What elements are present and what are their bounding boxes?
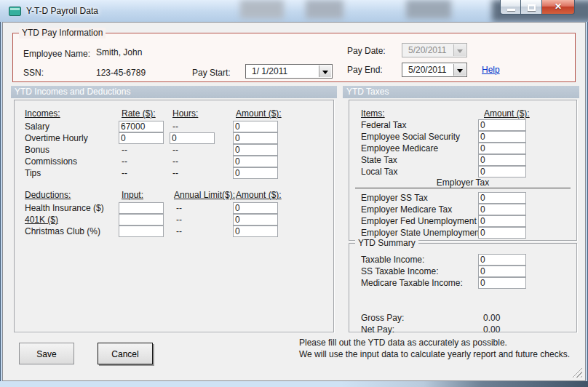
gross-pay-value: 0.00 [483,312,500,324]
amount-column-header: Amount ($): [236,108,282,119]
employer-medicare-tax-input[interactable] [478,204,526,215]
taxable-income-input[interactable] [478,254,526,266]
medicare-taxable-income-input[interactable] [478,277,526,289]
pay-info-groupbox: YTD Pay Information Employee Name: Smith… [12,33,576,82]
401k-input[interactable] [119,214,164,226]
annual-limit-column-header: Annual Limit($): [174,189,235,201]
pay-start-label: Pay Start: [192,67,231,79]
overtime-amount-input[interactable] [233,132,278,144]
close-button[interactable]: ✕ [542,0,575,15]
employer-ss-tax-input[interactable] [478,192,526,204]
christmas-club-amount-input[interactable] [233,226,278,237]
employer-fed-unemployment-input[interactable] [478,215,526,227]
christmas-club-input[interactable] [119,226,164,237]
401k-limit-dash: -- [176,214,182,226]
salary-amount-input[interactable] [233,121,278,132]
amount-column-header: Amount ($): [484,108,530,119]
pay-start-dropdown-button[interactable] [319,65,331,77]
health-insurance-limit-dash: -- [176,202,182,214]
local-tax-input[interactable] [478,166,526,177]
input-column-header: Input: [122,189,143,201]
title-bar[interactable]: Y-T-D Payroll Data ✕ [0,0,588,22]
pay-date-dropdown-button [453,44,466,56]
incomes-column-header: Incomes: [25,108,60,119]
pay-end-dropdown-button[interactable] [453,64,466,76]
minimize-button[interactable] [500,0,521,15]
pay-end-label: Pay End: [347,64,383,76]
ssn-value: 123-45-6789 [96,67,146,79]
help-link[interactable]: Help [482,64,500,76]
salary-hours-dash: -- [172,121,178,132]
summary-row-label: Medicare Taxable Income: [361,277,463,289]
commissions-hours-dash: -- [172,156,178,167]
tips-rate-dash: -- [122,167,127,179]
taxes-groupbox: Items: Amount ($): Federal Tax Employee … [349,100,577,241]
pay-end-dropdown[interactable]: 5/20/2011 [402,63,467,77]
bonus-rate-dash: -- [122,144,127,156]
summary-row-label: SS Taxable Income: [361,266,439,277]
resize-grip[interactable] [572,367,582,378]
ss-taxable-income-input[interactable] [478,266,526,277]
deductions-column-header: Deductions: [25,189,71,201]
footer-note-line1: Please fill out the YTD data as accurate… [299,337,507,348]
rate-column-header: Rate ($): [122,108,156,119]
bonus-amount-input[interactable] [233,144,278,156]
employee-ss-input[interactable] [478,131,526,143]
state-tax-input[interactable] [478,154,526,166]
tax-row-label: Employer State Unemployment [361,227,482,239]
health-insurance-amount-input[interactable] [233,202,278,214]
ssn-label: SSN: [23,67,44,79]
maximize-button[interactable] [521,0,542,15]
pay-date-value: 5/20/2011 [408,44,447,57]
deduction-row-label-401k[interactable]: 401K ($) [25,214,58,226]
tips-amount-input[interactable] [233,167,278,179]
commissions-amount-input[interactable] [233,156,278,167]
ytd-payroll-dialog: Y-T-D Payroll Data ✕ YTD Pay Information… [0,0,588,387]
hours-column-header: Hours: [172,108,198,119]
employer-state-unemployment-input[interactable] [478,227,526,239]
401k-amount-input[interactable] [233,214,278,226]
tax-row-label: Federal Tax [361,119,406,131]
bonus-hours-dash: -- [172,144,178,156]
pay-date-label: Pay Date: [347,45,386,57]
christmas-club-limit-dash: -- [176,226,182,237]
close-icon: ✕ [542,0,574,14]
tax-row-label: State Tax [361,154,397,166]
income-row-label: Bonus [25,144,49,156]
maximize-icon [528,4,536,11]
deduction-row-label: Christmas Club (%) [25,226,100,237]
overtime-hours-input[interactable] [170,132,215,144]
health-insurance-input[interactable] [119,202,164,214]
employer-tax-divider: Employer Tax [355,177,571,188]
summary-group-label: YTD Summary [355,238,418,249]
employee-medicare-input[interactable] [478,143,526,154]
tax-row-label: Employee Medicare [361,143,438,154]
items-column-header: Items: [361,108,385,119]
tax-row-label: Employee Social Security [361,131,460,143]
income-row-label: Overtime Hourly [25,132,88,144]
overtime-rate-input[interactable] [119,132,164,144]
footer-note-line2: We will use the input data to calculate … [299,348,570,360]
minimize-icon [507,9,515,11]
employee-name-value: Smith, John [96,47,142,58]
income-row-label: Salary [25,121,49,132]
net-pay-value: 0.00 [483,324,500,335]
summary-groupbox: YTD Summary Taxable Income: SS Taxable I… [349,243,577,332]
tips-hours-dash: -- [172,167,178,179]
income-row-label: Commissions [25,156,77,167]
chevron-down-icon [322,71,328,74]
cancel-button[interactable]: Cancel [98,343,153,364]
federal-tax-input[interactable] [478,119,526,131]
chevron-down-icon [457,69,463,73]
incomes-deductions-section-header: YTD Incomes and Deductions [11,86,337,98]
pay-end-value: 5/20/2011 [408,63,447,76]
summary-row-label: Taxable Income: [361,254,424,266]
commissions-rate-dash: -- [122,156,127,167]
incomes-deductions-groupbox: Incomes: Rate ($): Hours: Amount ($): Sa… [14,100,334,332]
tax-row-label: Employer Medicare Tax [361,204,452,215]
chevron-down-icon [457,49,463,53]
employee-name-label: Employee Name: [23,48,90,60]
save-button[interactable]: Save [19,343,74,364]
salary-rate-input[interactable] [119,121,164,132]
pay-start-dropdown[interactable]: 1/ 1/2011 [245,64,333,79]
